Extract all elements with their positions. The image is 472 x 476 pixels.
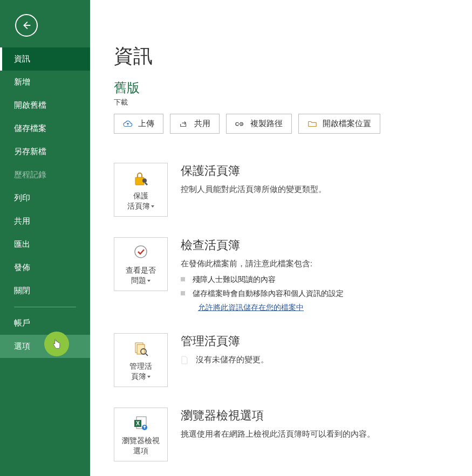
nav-publish[interactable]: 發佈 — [0, 256, 90, 279]
nav-print[interactable]: 列印 — [0, 187, 90, 210]
backstage-sidebar: 資訊 新增 開啟舊檔 儲存檔案 另存新檔 歷程記錄 列印 共用 匯出 發佈 關閉… — [0, 0, 90, 476]
lock-key-icon — [132, 169, 150, 188]
action-row: 上傳 共用 複製路徑 開啟檔案位置 — [114, 114, 448, 134]
section-protect: 保護 活頁簿 保護活頁簿 控制人員能對此活頁簿所做的變更類型。 — [114, 163, 448, 217]
download-link[interactable]: 下載 — [114, 98, 448, 107]
open-location-label: 開啟檔案位置 — [323, 119, 371, 129]
nav-close[interactable]: 關閉 — [0, 279, 90, 302]
manage-title: 管理活頁簿 — [181, 333, 448, 349]
browser-title: 瀏覽器檢視選項 — [181, 408, 448, 424]
documents-search-icon — [132, 340, 150, 358]
protect-desc: 控制人員能對此活頁簿所做的變更類型。 — [181, 183, 448, 196]
bullet-icon — [181, 291, 185, 295]
browser-desc: 挑選使用者在網路上檢視此活頁簿時可以看到的內容。 — [181, 428, 448, 440]
nav-save-as[interactable]: 另存新檔 — [0, 140, 90, 163]
pointer-cursor-icon — [52, 339, 61, 349]
link-icon — [235, 120, 245, 128]
nav-export[interactable]: 匯出 — [0, 233, 90, 256]
svg-text:X: X — [136, 420, 140, 426]
cursor-indicator — [44, 332, 69, 356]
manage-tile-label: 管理活 頁簿 — [129, 361, 152, 382]
inspect-bullet-2: 儲存檔案時會自動移除內容和個人資訊的設定 — [181, 287, 448, 299]
bullet-icon — [181, 277, 185, 281]
nav-options-label: 選項 — [14, 341, 30, 350]
checklist-icon — [132, 244, 150, 262]
protect-title: 保護活頁簿 — [181, 163, 448, 179]
share-button[interactable]: 共用 — [170, 114, 220, 134]
browser-view-tile[interactable]: X 瀏覽器檢視 選項 — [114, 408, 168, 461]
inspect-title: 檢查活頁簿 — [181, 237, 448, 253]
no-unsaved-changes: 沒有未儲存的變更。 — [196, 354, 269, 366]
section-browser-view: X 瀏覽器檢視 選項 瀏覽器檢視選項 挑選使用者在網路上檢視此活頁簿時可以看到的… — [114, 408, 448, 461]
section-manage: 管理活 頁簿 管理活頁簿 沒有未儲存的變更。 — [114, 333, 448, 387]
share-label: 共用 — [194, 119, 210, 129]
upload-button[interactable]: 上傳 — [114, 114, 163, 134]
nav-account[interactable]: 帳戶 — [0, 312, 90, 335]
copy-path-button[interactable]: 複製路徑 — [226, 114, 292, 134]
open-location-button[interactable]: 開啟檔案位置 — [298, 114, 380, 134]
protect-workbook-tile[interactable]: 保護 活頁簿 — [114, 163, 168, 217]
browser-tile-label: 瀏覽器檢視 選項 — [122, 436, 160, 456]
nav-new[interactable]: 新增 — [0, 71, 90, 94]
share-icon — [179, 120, 189, 128]
svg-point-2 — [135, 246, 147, 258]
back-button[interactable] — [15, 14, 38, 37]
version-label: 舊版 — [114, 79, 448, 96]
folder-icon — [307, 120, 317, 128]
check-issues-tile[interactable]: 查看是否 問題 — [114, 237, 168, 291]
copy-path-label: 複製路徑 — [250, 119, 283, 129]
protect-tile-label: 保護 活頁簿 — [127, 191, 154, 211]
cloud-upload-icon — [123, 120, 133, 128]
nav-divider — [14, 307, 76, 307]
nav-info[interactable]: 資訊 — [0, 47, 90, 71]
excel-browser-icon: X — [132, 414, 150, 432]
inspect-tile-label: 查看是否 問題 — [126, 265, 156, 286]
svg-point-1 — [142, 178, 147, 183]
manage-workbook-tile[interactable]: 管理活 頁簿 — [114, 333, 168, 387]
inspect-intro: 在發佈此檔案前，請注意此檔案包含: — [181, 258, 448, 270]
allow-save-info-link[interactable]: 允許將此資訊儲存在您的檔案中 — [198, 303, 304, 313]
nav-open[interactable]: 開啟舊檔 — [0, 94, 90, 117]
main-content: 資訊 舊版 下載 上傳 共用 複製路徑 開啟檔案位置 — [90, 0, 472, 476]
nav-history: 歷程記錄 — [0, 163, 90, 187]
inspect-bullet-1: 殘障人士難以閱讀的內容 — [181, 273, 448, 285]
page-title: 資訊 — [114, 43, 448, 70]
arrow-left-icon — [20, 19, 32, 31]
nav-share[interactable]: 共用 — [0, 210, 90, 233]
document-icon — [181, 356, 188, 364]
nav-options[interactable]: 選項 — [0, 335, 90, 358]
section-inspect: 查看是否 問題 檢查活頁簿 在發佈此檔案前，請注意此檔案包含: 殘障人士難以閱讀… — [114, 237, 448, 313]
nav-save[interactable]: 儲存檔案 — [0, 117, 90, 140]
upload-label: 上傳 — [138, 119, 154, 129]
